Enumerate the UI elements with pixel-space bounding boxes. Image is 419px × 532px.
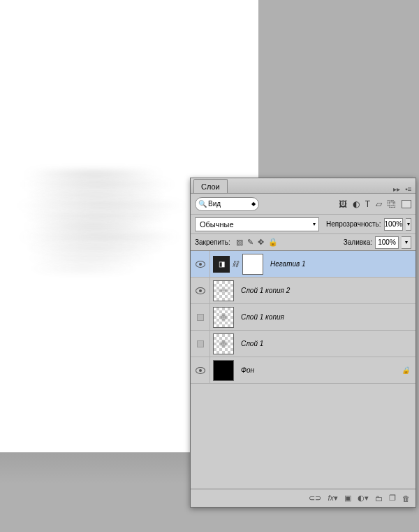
layer-thumbnail[interactable] [213, 307, 234, 328]
layer-list: ◨ ⛓ Негатив 1 Слой 1 копия 2 Слой 1 копи… [191, 251, 416, 489]
panel-tab-bar: Слои ▸▸ ▪≡ [191, 178, 416, 194]
filter-type-label: Вид [208, 200, 221, 208]
layer-filter-select[interactable]: 🔍 Вид ◆ [195, 197, 259, 211]
layers-panel: Слои ▸▸ ▪≡ 🔍 Вид ◆ 🖼 ◐ T ▱ ⿻ Обычные Неп… [190, 178, 416, 508]
opacity-label: Непрозрачность: [326, 220, 381, 228]
layer-mask-thumbnail[interactable] [242, 254, 263, 275]
layer-item-background[interactable]: Фон 🔒 [191, 357, 416, 384]
layer-name[interactable]: Слой 1 [241, 340, 263, 347]
layer-fx-icon[interactable]: fx▾ [328, 494, 338, 503]
layer-filter-row: 🔍 Вид ◆ 🖼 ◐ T ▱ ⿻ [191, 194, 416, 215]
layer-name[interactable]: Негатив 1 [270, 260, 306, 268]
delete-layer-icon[interactable]: 🗑 [402, 494, 410, 503]
lock-transparent-icon[interactable]: ▨ [236, 238, 243, 247]
layer-thumbnail[interactable] [213, 280, 234, 301]
filter-pixel-icon[interactable]: 🖼 [339, 199, 347, 209]
layer-name[interactable]: Слой 1 копия 2 [241, 287, 290, 294]
filter-smart-icon[interactable]: ⿻ [388, 199, 396, 209]
eye-icon [196, 367, 205, 374]
lock-icon: 🔒 [402, 366, 410, 374]
lock-all-icon[interactable]: 🔒 [268, 238, 278, 247]
layer-thumbnail[interactable] [213, 360, 234, 381]
lock-position-icon[interactable]: ✥ [258, 238, 264, 247]
search-icon: 🔍 [198, 200, 207, 208]
add-mask-icon[interactable]: ▣ [344, 494, 351, 503]
panel-collapse-icon[interactable]: ▸▸ [390, 185, 403, 193]
layer-item[interactable]: Слой 1 копия 2 [191, 278, 416, 304]
adjustment-invert-icon: ◨ [213, 256, 230, 273]
fill-label: Заливка: [344, 238, 372, 246]
filter-type-icon[interactable]: T [365, 199, 370, 209]
add-adjustment-icon[interactable]: ◐▾ [358, 494, 369, 503]
visibility-toggle[interactable] [191, 357, 210, 383]
canvas-smoke-content [0, 164, 210, 283]
layer-name[interactable]: Слой 1 копия [241, 313, 284, 321]
new-layer-icon[interactable]: ❐ [389, 494, 396, 503]
filter-toggle-switch[interactable] [402, 200, 411, 208]
opacity-input[interactable]: 100% [384, 218, 404, 231]
fill-input[interactable]: 100% [375, 236, 399, 249]
filter-adjustment-icon[interactable]: ◐ [353, 199, 360, 209]
layer-item[interactable]: Слой 1 копия [191, 304, 416, 331]
lock-label: Закрепить: [195, 238, 230, 246]
visibility-toggle[interactable] [191, 331, 210, 357]
layer-item[interactable]: Слой 1 [191, 331, 416, 357]
lock-image-icon[interactable]: ✎ [247, 238, 253, 247]
panel-menu-icon[interactable]: ▪≡ [403, 185, 414, 193]
dropdown-arrow-icon: ◆ [251, 201, 256, 207]
visibility-toggle[interactable] [191, 251, 210, 277]
link-layers-icon[interactable]: ⊂⊃ [309, 494, 321, 503]
fill-dropdown-icon[interactable]: ▾ [402, 236, 411, 249]
eye-icon [196, 287, 205, 294]
layers-tab[interactable]: Слои [193, 179, 228, 193]
eye-off-icon [197, 314, 204, 321]
layer-thumbnail[interactable] [213, 333, 234, 354]
layer-name[interactable]: Фон [241, 366, 254, 374]
layer-item-invert[interactable]: ◨ ⛓ Негатив 1 [191, 251, 416, 278]
lock-row: Закрепить: ▨ ✎ ✥ 🔒 Заливка: 100% ▾ [191, 234, 416, 251]
blend-mode-select[interactable]: Обычные [195, 217, 319, 231]
opacity-dropdown-icon[interactable]: ▾ [406, 218, 411, 231]
filter-shape-icon[interactable]: ▱ [376, 199, 382, 209]
eye-icon [196, 261, 205, 268]
eye-off-icon [197, 340, 204, 347]
mask-link-icon[interactable]: ⛓ [231, 260, 240, 268]
new-group-icon[interactable]: 🗀 [375, 494, 383, 503]
visibility-toggle[interactable] [191, 304, 210, 330]
blend-row: Обычные Непрозрачность: 100% ▾ [191, 215, 416, 234]
layers-panel-footer: ⊂⊃ fx▾ ▣ ◐▾ 🗀 ❐ 🗑 [191, 489, 416, 507]
visibility-toggle[interactable] [191, 278, 210, 303]
